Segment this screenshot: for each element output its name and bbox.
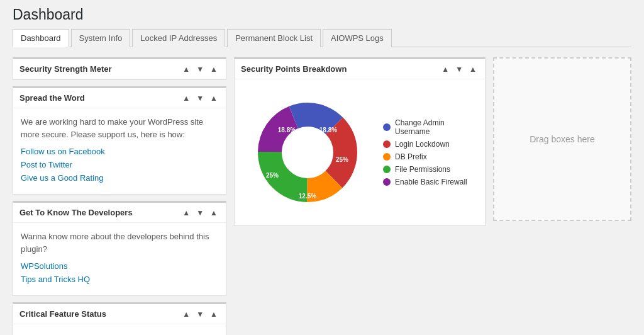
main-grid: Security Strength Meter ▲ ▼ ▲ Spread the… <box>13 57 631 335</box>
svg-text:18.8%: 18.8% <box>319 127 337 133</box>
collapse-up-btn[interactable]: ▲ <box>180 65 192 74</box>
legend-item-2: DB Prefix <box>383 152 475 161</box>
tabs-bar: Dashboard System Info Locked IP Addresse… <box>13 28 631 47</box>
widget-body-developers: Wanna know more about the developers beh… <box>13 223 226 295</box>
tab-dashboard[interactable]: Dashboard <box>13 29 69 47</box>
legend-dot-4 <box>383 178 391 186</box>
widget-controls-points: ▲ ▼ ▲ <box>440 65 479 74</box>
points-handle-btn[interactable]: ▲ <box>467 65 479 74</box>
widget-header-points: Security Points Breakdown ▲ ▼ ▲ <box>235 59 485 79</box>
link-facebook[interactable]: Follow us on Facebook <box>21 147 218 156</box>
spread-down-btn[interactable]: ▼ <box>194 94 206 103</box>
widget-body-spread: We are working hard to make your WordPre… <box>13 108 226 194</box>
widget-controls-spread: ▲ ▼ ▲ <box>180 94 219 103</box>
widget-header-critical: Critical Feature Status ▲ ▼ ▲ <box>13 304 226 324</box>
dev-up-btn[interactable]: ▲ <box>180 208 192 217</box>
handle-btn[interactable]: ▲ <box>208 65 219 74</box>
center-column: Security Points Breakdown ▲ ▼ ▲ <box>234 57 486 226</box>
collapse-down-btn[interactable]: ▼ <box>194 65 206 74</box>
chart-container: 18.8% 18.8% 25% 12.5% 25% Change Admin U… <box>235 79 485 225</box>
points-up-btn[interactable]: ▲ <box>440 65 451 74</box>
widget-title-points: Security Points Breakdown <box>241 64 347 74</box>
widget-header-spread: Spread the Word ▲ ▼ ▲ <box>13 88 226 108</box>
drag-box[interactable]: Drag boxes here <box>493 57 631 221</box>
legend-dot-3 <box>383 166 391 173</box>
widget-critical: Critical Feature Status ▲ ▼ ▲ Below is t… <box>13 302 226 335</box>
widget-controls-developers: ▲ ▼ ▲ <box>180 208 219 217</box>
critical-handle-btn[interactable]: ▲ <box>208 310 219 319</box>
widget-controls-critical: ▲ ▼ ▲ <box>180 310 219 319</box>
legend-item-3: File Permissions <box>383 165 475 174</box>
legend-item-4: Enable Basic Firewall <box>383 178 475 186</box>
widget-controls-security: ▲ ▼ ▲ <box>180 65 219 74</box>
dev-description: Wanna know more about the developers beh… <box>21 230 218 255</box>
link-tips-tricks[interactable]: Tips and Tricks HQ <box>21 275 218 284</box>
left-column: Security Strength Meter ▲ ▼ ▲ Spread the… <box>13 57 226 335</box>
page-title: Dashboard <box>13 6 631 23</box>
spread-description: We are working hard to make your WordPre… <box>21 116 218 140</box>
dev-handle-btn[interactable]: ▲ <box>208 208 219 217</box>
widget-body-critical: Below is the current status of the criti… <box>13 324 226 335</box>
points-down-btn[interactable]: ▼ <box>453 65 465 74</box>
widget-spread-word: Spread the Word ▲ ▼ ▲ We are working har… <box>13 86 226 195</box>
svg-point-5 <box>284 128 331 176</box>
spread-up-btn[interactable]: ▲ <box>180 94 192 103</box>
svg-text:25%: 25% <box>266 172 279 179</box>
legend-item-0: Change Admin Username <box>383 118 475 136</box>
tab-aiowps-logs[interactable]: AIOWPS Logs <box>323 29 392 47</box>
widget-security-strength: Security Strength Meter ▲ ▼ ▲ <box>13 57 226 80</box>
dev-down-btn[interactable]: ▼ <box>194 208 206 217</box>
critical-description: Below is the current status of the criti… <box>21 332 218 335</box>
legend-label-4: Enable Basic Firewall <box>395 178 467 186</box>
widget-developers: Get To Know The Developers ▲ ▼ ▲ Wanna k… <box>13 201 226 296</box>
drag-text: Drag boxes here <box>530 134 595 144</box>
legend-dot-2 <box>383 153 391 161</box>
chart-legend: Change Admin Username Login Lockdown DB … <box>383 118 475 186</box>
legend-item-1: Login Lockdown <box>383 140 475 149</box>
tab-locked-ip[interactable]: Locked IP Addresses <box>132 29 225 47</box>
link-twitter[interactable]: Post to Twitter <box>21 160 218 169</box>
svg-text:12.5%: 12.5% <box>299 193 316 200</box>
legend-label-0: Change Admin Username <box>395 118 475 136</box>
link-rating[interactable]: Give us a Good Rating <box>21 173 218 183</box>
legend-label-1: Login Lockdown <box>395 140 450 149</box>
widget-title-security: Security Strength Meter <box>19 64 112 74</box>
svg-text:25%: 25% <box>336 156 348 163</box>
tab-block-list[interactable]: Permanent Block List <box>227 29 321 47</box>
widget-title-developers: Get To Know The Developers <box>19 208 133 217</box>
widget-title-spread: Spread the Word <box>19 93 85 103</box>
widget-header-security: Security Strength Meter ▲ ▼ ▲ <box>13 59 226 79</box>
critical-up-btn[interactable]: ▲ <box>180 310 192 319</box>
svg-text:18.8%: 18.8% <box>278 127 296 133</box>
link-wpsolutions[interactable]: WPSolutions <box>21 261 218 271</box>
widget-security-points: Security Points Breakdown ▲ ▼ ▲ <box>234 57 486 226</box>
legend-dot-0 <box>383 123 391 131</box>
tab-system-info[interactable]: System Info <box>71 29 131 47</box>
widget-header-developers: Get To Know The Developers ▲ ▼ ▲ <box>13 203 226 223</box>
legend-label-2: DB Prefix <box>395 152 427 161</box>
critical-down-btn[interactable]: ▼ <box>194 310 206 319</box>
legend-label-3: File Permissions <box>395 165 450 174</box>
donut-chart: 18.8% 18.8% 25% 12.5% 25% <box>245 89 370 215</box>
widget-title-critical: Critical Feature Status <box>19 309 106 319</box>
legend-dot-1 <box>383 140 391 148</box>
spread-handle-btn[interactable]: ▲ <box>208 94 219 103</box>
